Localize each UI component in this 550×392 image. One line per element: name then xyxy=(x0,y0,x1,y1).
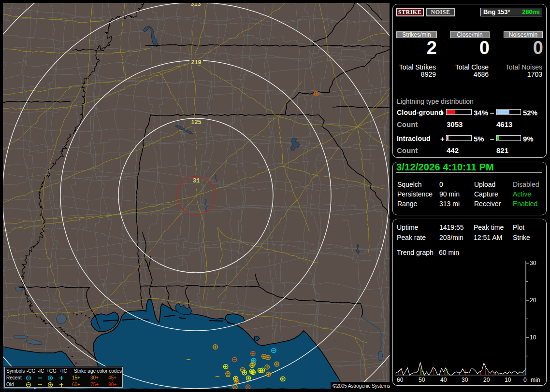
svg-text:219: 219 xyxy=(191,59,202,66)
svg-text:125: 125 xyxy=(191,119,202,126)
svg-text:313: 313 xyxy=(190,1,201,8)
svg-text:31: 31 xyxy=(193,178,200,184)
